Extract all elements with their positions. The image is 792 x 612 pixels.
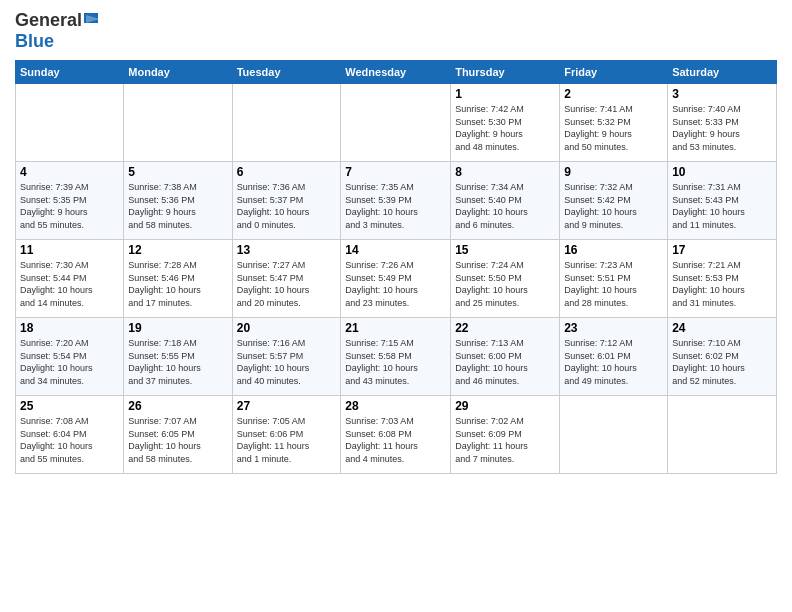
day-number: 26: [128, 399, 227, 413]
weekday-friday: Friday: [560, 61, 668, 84]
day-info: Sunrise: 7:16 AM Sunset: 5:57 PM Dayligh…: [237, 337, 337, 387]
day-info: Sunrise: 7:13 AM Sunset: 6:00 PM Dayligh…: [455, 337, 555, 387]
week-row-5: 25Sunrise: 7:08 AM Sunset: 6:04 PM Dayli…: [16, 396, 777, 474]
day-info: Sunrise: 7:23 AM Sunset: 5:51 PM Dayligh…: [564, 259, 663, 309]
day-info: Sunrise: 7:12 AM Sunset: 6:01 PM Dayligh…: [564, 337, 663, 387]
day-info: Sunrise: 7:39 AM Sunset: 5:35 PM Dayligh…: [20, 181, 119, 231]
day-info: Sunrise: 7:07 AM Sunset: 6:05 PM Dayligh…: [128, 415, 227, 465]
calendar-cell: 21Sunrise: 7:15 AM Sunset: 5:58 PM Dayli…: [341, 318, 451, 396]
day-info: Sunrise: 7:18 AM Sunset: 5:55 PM Dayligh…: [128, 337, 227, 387]
day-info: Sunrise: 7:05 AM Sunset: 6:06 PM Dayligh…: [237, 415, 337, 465]
calendar-cell: [341, 84, 451, 162]
day-info: Sunrise: 7:26 AM Sunset: 5:49 PM Dayligh…: [345, 259, 446, 309]
day-info: Sunrise: 7:27 AM Sunset: 5:47 PM Dayligh…: [237, 259, 337, 309]
day-number: 5: [128, 165, 227, 179]
calendar-cell: 26Sunrise: 7:07 AM Sunset: 6:05 PM Dayli…: [124, 396, 232, 474]
week-row-3: 11Sunrise: 7:30 AM Sunset: 5:44 PM Dayli…: [16, 240, 777, 318]
calendar-cell: 22Sunrise: 7:13 AM Sunset: 6:00 PM Dayli…: [451, 318, 560, 396]
day-number: 27: [237, 399, 337, 413]
day-info: Sunrise: 7:31 AM Sunset: 5:43 PM Dayligh…: [672, 181, 772, 231]
calendar-cell: 6Sunrise: 7:36 AM Sunset: 5:37 PM Daylig…: [232, 162, 341, 240]
calendar-cell: 7Sunrise: 7:35 AM Sunset: 5:39 PM Daylig…: [341, 162, 451, 240]
calendar-cell: 9Sunrise: 7:32 AM Sunset: 5:42 PM Daylig…: [560, 162, 668, 240]
calendar-cell: 5Sunrise: 7:38 AM Sunset: 5:36 PM Daylig…: [124, 162, 232, 240]
day-info: Sunrise: 7:28 AM Sunset: 5:46 PM Dayligh…: [128, 259, 227, 309]
calendar-cell: [232, 84, 341, 162]
day-number: 6: [237, 165, 337, 179]
calendar-cell: 16Sunrise: 7:23 AM Sunset: 5:51 PM Dayli…: [560, 240, 668, 318]
day-info: Sunrise: 7:41 AM Sunset: 5:32 PM Dayligh…: [564, 103, 663, 153]
day-number: 8: [455, 165, 555, 179]
day-info: Sunrise: 7:32 AM Sunset: 5:42 PM Dayligh…: [564, 181, 663, 231]
weekday-tuesday: Tuesday: [232, 61, 341, 84]
calendar-cell: 29Sunrise: 7:02 AM Sunset: 6:09 PM Dayli…: [451, 396, 560, 474]
day-info: Sunrise: 7:20 AM Sunset: 5:54 PM Dayligh…: [20, 337, 119, 387]
weekday-sunday: Sunday: [16, 61, 124, 84]
calendar-cell: 20Sunrise: 7:16 AM Sunset: 5:57 PM Dayli…: [232, 318, 341, 396]
week-row-1: 1Sunrise: 7:42 AM Sunset: 5:30 PM Daylig…: [16, 84, 777, 162]
day-number: 10: [672, 165, 772, 179]
day-number: 3: [672, 87, 772, 101]
logo-content: General Blue: [15, 10, 106, 52]
day-number: 2: [564, 87, 663, 101]
day-number: 22: [455, 321, 555, 335]
day-info: Sunrise: 7:15 AM Sunset: 5:58 PM Dayligh…: [345, 337, 446, 387]
page: General Blue SundayMondayTuesdayWednesda…: [0, 0, 792, 612]
calendar-cell: 18Sunrise: 7:20 AM Sunset: 5:54 PM Dayli…: [16, 318, 124, 396]
logo-blue-text: Blue: [15, 31, 54, 52]
calendar-cell: 1Sunrise: 7:42 AM Sunset: 5:30 PM Daylig…: [451, 84, 560, 162]
day-number: 25: [20, 399, 119, 413]
day-number: 23: [564, 321, 663, 335]
day-info: Sunrise: 7:30 AM Sunset: 5:44 PM Dayligh…: [20, 259, 119, 309]
day-info: Sunrise: 7:35 AM Sunset: 5:39 PM Dayligh…: [345, 181, 446, 231]
calendar-cell: 10Sunrise: 7:31 AM Sunset: 5:43 PM Dayli…: [668, 162, 777, 240]
calendar-cell: [124, 84, 232, 162]
logo-flag-icon: [84, 13, 106, 29]
calendar-cell: 2Sunrise: 7:41 AM Sunset: 5:32 PM Daylig…: [560, 84, 668, 162]
day-info: Sunrise: 7:03 AM Sunset: 6:08 PM Dayligh…: [345, 415, 446, 465]
day-number: 9: [564, 165, 663, 179]
week-row-2: 4Sunrise: 7:39 AM Sunset: 5:35 PM Daylig…: [16, 162, 777, 240]
calendar-cell: 17Sunrise: 7:21 AM Sunset: 5:53 PM Dayli…: [668, 240, 777, 318]
day-info: Sunrise: 7:08 AM Sunset: 6:04 PM Dayligh…: [20, 415, 119, 465]
calendar-cell: 4Sunrise: 7:39 AM Sunset: 5:35 PM Daylig…: [16, 162, 124, 240]
day-number: 24: [672, 321, 772, 335]
calendar-cell: 12Sunrise: 7:28 AM Sunset: 5:46 PM Dayli…: [124, 240, 232, 318]
day-number: 18: [20, 321, 119, 335]
day-info: Sunrise: 7:42 AM Sunset: 5:30 PM Dayligh…: [455, 103, 555, 153]
weekday-wednesday: Wednesday: [341, 61, 451, 84]
day-number: 14: [345, 243, 446, 257]
day-info: Sunrise: 7:10 AM Sunset: 6:02 PM Dayligh…: [672, 337, 772, 387]
day-number: 16: [564, 243, 663, 257]
calendar-cell: 23Sunrise: 7:12 AM Sunset: 6:01 PM Dayli…: [560, 318, 668, 396]
day-info: Sunrise: 7:02 AM Sunset: 6:09 PM Dayligh…: [455, 415, 555, 465]
day-info: Sunrise: 7:21 AM Sunset: 5:53 PM Dayligh…: [672, 259, 772, 309]
calendar-cell: 8Sunrise: 7:34 AM Sunset: 5:40 PM Daylig…: [451, 162, 560, 240]
day-info: Sunrise: 7:38 AM Sunset: 5:36 PM Dayligh…: [128, 181, 227, 231]
weekday-header-row: SundayMondayTuesdayWednesdayThursdayFrid…: [16, 61, 777, 84]
calendar-cell: 15Sunrise: 7:24 AM Sunset: 5:50 PM Dayli…: [451, 240, 560, 318]
day-number: 13: [237, 243, 337, 257]
day-number: 29: [455, 399, 555, 413]
weekday-monday: Monday: [124, 61, 232, 84]
day-number: 1: [455, 87, 555, 101]
day-info: Sunrise: 7:40 AM Sunset: 5:33 PM Dayligh…: [672, 103, 772, 153]
calendar-cell: [560, 396, 668, 474]
week-row-4: 18Sunrise: 7:20 AM Sunset: 5:54 PM Dayli…: [16, 318, 777, 396]
day-number: 19: [128, 321, 227, 335]
calendar-cell: [16, 84, 124, 162]
day-number: 21: [345, 321, 446, 335]
calendar-cell: 19Sunrise: 7:18 AM Sunset: 5:55 PM Dayli…: [124, 318, 232, 396]
calendar-cell: 24Sunrise: 7:10 AM Sunset: 6:02 PM Dayli…: [668, 318, 777, 396]
calendar-table: SundayMondayTuesdayWednesdayThursdayFrid…: [15, 60, 777, 474]
calendar-cell: 25Sunrise: 7:08 AM Sunset: 6:04 PM Dayli…: [16, 396, 124, 474]
day-number: 28: [345, 399, 446, 413]
logo-general-text: General: [15, 10, 82, 31]
day-info: Sunrise: 7:34 AM Sunset: 5:40 PM Dayligh…: [455, 181, 555, 231]
calendar-cell: 27Sunrise: 7:05 AM Sunset: 6:06 PM Dayli…: [232, 396, 341, 474]
day-number: 7: [345, 165, 446, 179]
calendar-cell: 13Sunrise: 7:27 AM Sunset: 5:47 PM Dayli…: [232, 240, 341, 318]
day-number: 11: [20, 243, 119, 257]
weekday-thursday: Thursday: [451, 61, 560, 84]
day-number: 20: [237, 321, 337, 335]
